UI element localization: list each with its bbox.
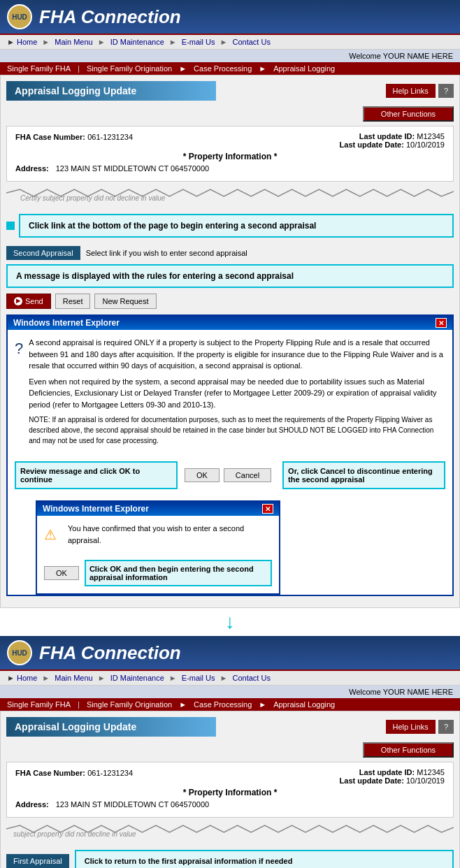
ie-dialog-1-body1: A second appraisal is required ONLY if a… — [29, 337, 445, 372]
annotation2-box: A message is displayed with the rules fo… — [6, 264, 454, 288]
breadcrumb-appraisal-logging[interactable]: Appraisal Logging — [273, 64, 335, 73]
reset-btn-top[interactable]: Reset — [55, 294, 91, 309]
case-info-box-bottom: FHA Case Number: 061-1231234 Last update… — [6, 762, 454, 818]
annotation1-row: Click link at the bottom of the page to … — [6, 210, 454, 242]
case-info-box-top: FHA Case Number: 061-1231234 Last update… — [6, 126, 454, 182]
ie-dialog-2-footer: OK Click OK and then begin entering the … — [37, 553, 279, 593]
bottom-section-container: Appraisal Logging Update Help Links ? Ot… — [0, 711, 460, 868]
first-appraisal-row: First Appraisal Click to return to the f… — [6, 846, 454, 868]
help-q-btn-top[interactable]: ? — [438, 84, 454, 98]
second-appraisal-btn[interactable]: Second Appraisal — [6, 246, 80, 260]
warning-icon: ⚠ — [44, 524, 57, 545]
annotation1-box: Click link at the bottom of the page to … — [19, 214, 454, 238]
first-appraisal-annotation: Click to return to the first appraisal i… — [75, 850, 454, 868]
arrow-down-1: ↓ — [0, 611, 460, 633]
ie-dialog-1-info-icon: ? — [15, 337, 23, 446]
ie-dialog-2: Windows Internet Explorer ✕ ⚠ You have c… — [36, 500, 280, 595]
nav-main-menu-b[interactable]: Main Menu — [55, 674, 92, 682]
send-icon: ▶ — [14, 297, 22, 305]
ie-dialog-1-body: ? A second appraisal is required ONLY if… — [8, 330, 452, 453]
first-appraisal-btn[interactable]: First Appraisal — [6, 854, 69, 868]
ie-dialog-1-cancel[interactable]: Cancel — [224, 468, 271, 482]
title-row-top: Appraisal Logging Update Help Links ? — [6, 81, 454, 101]
ie-dialog-2-title: Windows Internet Explorer — [43, 504, 149, 514]
ie-dialog-1-note: NOTE: If an appraisal is ordered for doc… — [29, 414, 445, 446]
ie-dialog-1-title: Windows Internet Explorer — [13, 318, 120, 328]
annotation-review: Review message and click OK to continue — [15, 461, 178, 489]
hud-logo: HUD — [7, 4, 32, 29]
help-q-btn-bottom[interactable]: ? — [438, 720, 454, 734]
breadcrumb-al-b[interactable]: Appraisal Logging — [273, 700, 335, 709]
breadcrumb-case-processing[interactable]: Case Processing — [194, 64, 252, 73]
property-info-top: * Property Information * — [15, 152, 445, 161]
nav-arrow-b: ► — [7, 674, 15, 682]
breadcrumb-cp-b[interactable]: Case Processing — [194, 700, 252, 709]
zigzag-bottom: subject property did not decline in valu… — [6, 822, 454, 843]
ie-dialog-1-actions: Review message and click OK to continue … — [8, 453, 452, 498]
page-title-top: Appraisal Logging Update — [6, 81, 216, 101]
welcome-bar-top: Welcome YOUR NAME HERE — [0, 50, 460, 62]
nav-bar-top: ► Home ► Main Menu ► ID Maintenance ► E-… — [0, 35, 460, 50]
breadcrumb-orig-b[interactable]: Single Family Origination — [87, 700, 172, 709]
action-buttons-top: ▶ Send Reset New Request — [6, 294, 454, 309]
ie-dialog-1-close[interactable]: ✕ — [436, 318, 447, 328]
annotation-cancel: Or, click Cancel to discontinue entering… — [282, 461, 445, 489]
ie-dialog-1: Windows Internet Explorer ✕ ? A second a… — [6, 314, 454, 596]
app-title-bottom: FHA Connection — [39, 642, 181, 664]
nav-main-menu[interactable]: Main Menu — [55, 38, 92, 46]
ie-dialog-2-ok[interactable]: OK — [44, 566, 79, 580]
nav-home-b[interactable]: Home — [17, 674, 37, 682]
app-title-top: FHA Connection — [39, 6, 181, 28]
other-functions-row-bottom: Other Functions — [6, 739, 454, 758]
nav-arrow: ► — [7, 38, 15, 46]
new-request-btn-top[interactable]: New Request — [94, 294, 156, 309]
help-links-btn-bottom[interactable]: Help Links — [386, 720, 436, 734]
second-appraisal-label: Select link if you wish to enter second … — [86, 249, 247, 257]
nav-email-us-b[interactable]: E-mail Us — [182, 674, 215, 682]
other-functions-btn-top[interactable]: Other Functions — [363, 106, 454, 122]
other-functions-row-top: Other Functions — [6, 103, 454, 122]
hud-logo-bottom: HUD — [7, 640, 32, 665]
ie-dialog-1-ok[interactable]: OK — [185, 468, 220, 482]
address-row-top: Address: 123 MAIN ST MIDDLETOWN CT 06457… — [15, 164, 445, 173]
ie-dialog-2-titlebar: Windows Internet Explorer ✕ — [37, 502, 279, 516]
second-appraisal-row: Second Appraisal Select link if you wish… — [6, 246, 454, 260]
breadcrumb-bar-top: Single Family FHA | Single Family Origin… — [0, 62, 460, 75]
other-functions-btn-bottom[interactable]: Other Functions — [363, 742, 454, 758]
top-section-container: Appraisal Logging Update Help Links ? Ot… — [0, 75, 460, 608]
ie-dialog-1-body2: Even when not required by the system, a … — [29, 376, 445, 411]
welcome-bar-bottom: Welcome YOUR NAME HERE — [0, 686, 460, 698]
breadcrumb-bar-bottom: Single Family FHA | Single Family Origin… — [0, 698, 460, 711]
header-bottom: HUD FHA Connection — [0, 636, 460, 671]
nav-email-us[interactable]: E-mail Us — [182, 38, 215, 46]
breadcrumb-origination[interactable]: Single Family Origination — [87, 64, 172, 73]
page-title-bottom: Appraisal Logging Update — [6, 717, 216, 737]
breadcrumb-sf-b[interactable]: Single Family FHA — [7, 700, 71, 709]
address-row-bottom: Address: 123 MAIN ST MIDDLETOWN CT 06457… — [15, 800, 445, 809]
ie-dialog-2-body: ⚠ You have confirmed that you wish to en… — [37, 516, 279, 553]
nav-id-maintenance[interactable]: ID Maintenance — [110, 38, 164, 46]
nav-contact-us[interactable]: Contact Us — [233, 38, 271, 46]
nav-id-maintenance-b[interactable]: ID Maintenance — [110, 674, 164, 682]
help-links-btn-top[interactable]: Help Links — [386, 84, 436, 98]
property-info-bottom: * Property Information * — [15, 788, 445, 797]
annotation-ok-second: Click OK and then begin entering the sec… — [85, 560, 272, 586]
breadcrumb-single-family[interactable]: Single Family FHA — [7, 64, 71, 73]
nav-contact-us-b[interactable]: Contact Us — [233, 674, 271, 682]
nav-home[interactable]: Home — [17, 38, 37, 46]
ie-dialog-2-close[interactable]: ✕ — [262, 504, 273, 514]
certify-text-bottom: subject property did not decline in valu… — [13, 830, 136, 838]
zigzag-certify: Certify subject property did not decline… — [6, 186, 454, 207]
title-row-bottom: Appraisal Logging Update Help Links ? — [6, 717, 454, 737]
ie-dialog-2-body-text: You have confirmed that you wish to ente… — [68, 523, 272, 546]
ie-dialog-1-titlebar: Windows Internet Explorer ✕ — [8, 316, 452, 330]
certify-text-top: Certify subject property did not decline… — [20, 194, 165, 202]
header-top: HUD FHA Connection — [0, 0, 460, 35]
send-btn-top[interactable]: ▶ Send — [6, 294, 51, 309]
nav-bar-bottom: ► Home ► Main Menu ► ID Maintenance ► E-… — [0, 671, 460, 686]
